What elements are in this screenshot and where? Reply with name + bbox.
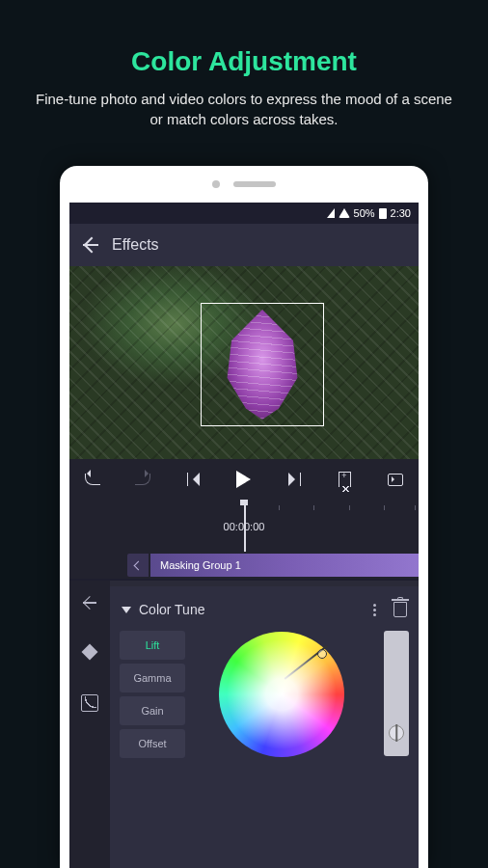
curve-editor-icon[interactable] (81, 694, 98, 712)
delete-button[interactable] (393, 602, 407, 617)
tab-lift[interactable]: Lift (120, 631, 185, 660)
header-title: Effects (112, 236, 159, 254)
color-tune-panel: Color Tune Lift Gamma Gain Offset (110, 586, 419, 868)
track-collapse-button[interactable] (127, 554, 149, 577)
back-arrow-icon[interactable] (81, 236, 98, 254)
device-top (60, 166, 428, 203)
timeline-track[interactable]: Masking Group 1 (69, 552, 419, 579)
panel-title: Color Tune (139, 602, 366, 617)
wheel-indicator-line (285, 645, 328, 680)
panel-body: Lift Gamma Gain Offset (120, 631, 409, 758)
tab-gain[interactable]: Gain (120, 696, 185, 725)
timecode: 00:00:00 (224, 521, 265, 532)
panel-header: Color Tune (120, 596, 409, 623)
color-wheel[interactable] (219, 632, 344, 757)
panel-side-rail (69, 581, 110, 868)
wifi-icon (339, 208, 350, 218)
mask-selection-box[interactable] (201, 303, 324, 426)
masked-leaf (207, 310, 317, 420)
signal-icon (327, 208, 335, 218)
clock: 2:30 (391, 207, 411, 219)
promo-subtitle: Fine-tune photo and video colors to expr… (0, 77, 488, 129)
color-wheel-container (193, 631, 370, 758)
timeline-ruler[interactable]: 00:00:00 (69, 500, 419, 552)
play-button[interactable] (234, 470, 254, 489)
skip-end-button[interactable] (285, 470, 304, 489)
bookmark-button[interactable] (336, 470, 355, 489)
undo-button[interactable] (83, 470, 102, 489)
more-options-button[interactable] (373, 604, 376, 616)
tab-offset[interactable]: Offset (120, 729, 185, 758)
speaker-grille (233, 181, 276, 187)
status-bar: 50% 2:30 (69, 203, 419, 224)
collapse-triangle-icon[interactable] (122, 607, 131, 613)
tab-gamma[interactable]: Gamma (120, 664, 185, 692)
fullscreen-button[interactable] (386, 470, 405, 489)
playback-toolbar (69, 459, 419, 500)
battery-icon (379, 208, 387, 219)
wheel-handle[interactable] (317, 649, 327, 659)
video-preview[interactable] (69, 266, 419, 459)
skip-start-button[interactable] (184, 470, 203, 489)
color-tune-tabs: Lift Gamma Gain Offset (120, 631, 185, 758)
keyframe-icon[interactable] (82, 644, 98, 661)
device-frame: 50% 2:30 Effects (60, 166, 428, 868)
effects-panel-area: Color Tune Lift Gamma Gain Offset (69, 581, 419, 868)
slider-thumb[interactable] (389, 725, 404, 741)
app-screen: 50% 2:30 Effects (69, 203, 419, 868)
timeline-clip[interactable]: Masking Group 1 (150, 554, 419, 577)
panel-back-button[interactable] (81, 596, 98, 610)
promo-title: Color Adjustment (0, 0, 488, 77)
luminance-slider[interactable] (384, 631, 409, 756)
camera-dot (212, 180, 220, 188)
battery-percent: 50% (354, 207, 375, 219)
redo-button[interactable] (133, 470, 152, 489)
app-header: Effects (69, 224, 419, 266)
